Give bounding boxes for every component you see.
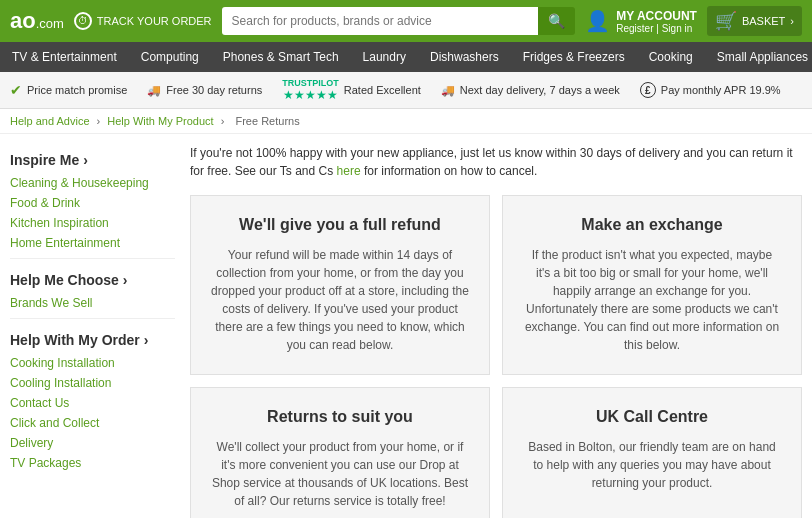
card-call-centre-body: Based in Bolton, our friendly team are o… (523, 438, 781, 492)
breadcrumb: Help and Advice › Help With My Product ›… (0, 109, 812, 134)
card-refund-title: We'll give you a full refund (211, 216, 469, 234)
inspire-me-chevron: › (83, 152, 88, 168)
search-bar: 🔍 (222, 7, 576, 35)
nav-phones[interactable]: Phones & Smart Tech (211, 42, 351, 72)
help-choose-chevron: › (123, 272, 128, 288)
sidebar-cleaning[interactable]: Cleaning & Housekeeping (10, 173, 175, 193)
sidebar-divider-1 (10, 258, 175, 259)
basket[interactable]: 🛒 BASKET › (707, 6, 802, 36)
price-match-label: Price match promise (27, 84, 127, 96)
sidebar-kitchen[interactable]: Kitchen Inspiration (10, 213, 175, 233)
nav-small-appliances[interactable]: Small Appliances (705, 42, 812, 72)
track-order[interactable]: ⏱ TRACK YOUR ORDER (74, 12, 212, 30)
next-day-label: Next day delivery, 7 days a week (460, 84, 620, 96)
trust-bar: ✔ Price match promise 🚚 Free 30 day retu… (0, 72, 812, 109)
sidebar-click-collect[interactable]: Click and Collect (10, 413, 175, 433)
track-order-label: TRACK YOUR ORDER (97, 15, 212, 27)
sidebar: Inspire Me › Cleaning & Housekeeping Foo… (10, 144, 175, 518)
nav-computing[interactable]: Computing (129, 42, 211, 72)
basket-label: BASKET (742, 15, 785, 27)
trustpilot-logo: TRUSTPILOT ★★★★★ (282, 78, 339, 102)
free-returns-label: Free 30 day returns (166, 84, 262, 96)
breadcrumb-current: Free Returns (235, 115, 299, 127)
help-order-label: Help With My Order (10, 332, 140, 348)
basket-chevron: › (790, 15, 794, 27)
sidebar-tv-packages[interactable]: TV Packages (10, 453, 175, 473)
inspire-me-title[interactable]: Inspire Me › (10, 144, 175, 173)
card-call-centre: UK Call Centre Based in Bolton, our frie… (502, 387, 802, 518)
breadcrumb-sep-1: › (97, 115, 104, 127)
logo[interactable]: ao.com (10, 8, 64, 34)
nav-dishwashers[interactable]: Dishwashers (418, 42, 511, 72)
sidebar-cooking-install[interactable]: Cooking Installation (10, 353, 175, 373)
sidebar-contact-us[interactable]: Contact Us (10, 393, 175, 413)
inspire-me-section: Inspire Me › Cleaning & Housekeeping Foo… (10, 144, 175, 253)
trustpilot: TRUSTPILOT ★★★★★ Rated Excellent (282, 78, 421, 102)
truck-icon-1: 🚚 (147, 84, 161, 97)
logo-suffix: .com (36, 16, 64, 31)
breadcrumb-help-advice[interactable]: Help and Advice (10, 115, 90, 127)
free-returns: 🚚 Free 30 day returns (147, 84, 262, 97)
register-link[interactable]: Register (616, 23, 653, 34)
card-refund-body: Your refund will be made within 14 days … (211, 246, 469, 354)
search-button[interactable]: 🔍 (538, 7, 575, 35)
main-content: Inspire Me › Cleaning & Housekeeping Foo… (0, 134, 812, 518)
card-refund: We'll give you a full refund Your refund… (190, 195, 490, 375)
nav-cooking[interactable]: Cooking (637, 42, 705, 72)
help-choose-section: Help Me Choose › Brands We Sell (10, 264, 175, 313)
content-area: If you're not 100% happy with your new a… (190, 144, 802, 518)
nav-fridges[interactable]: Fridges & Freezers (511, 42, 637, 72)
pay-monthly: £ Pay monthly APR 19.9% (640, 82, 781, 98)
price-match: ✔ Price match promise (10, 82, 127, 98)
nav-tv[interactable]: TV & Entertainment (0, 42, 129, 72)
pay-monthly-label: Pay monthly APR 19.9% (661, 84, 781, 96)
card-returns: Returns to suit you We'll collect your p… (190, 387, 490, 518)
help-order-title[interactable]: Help With My Order › (10, 324, 175, 353)
trustpilot-text: TRUSTPILOT (282, 78, 339, 88)
breadcrumb-help-product[interactable]: Help With My Product (107, 115, 213, 127)
clock-icon: ⏱ (74, 12, 92, 30)
card-exchange: Make an exchange If the product isn't wh… (502, 195, 802, 375)
rated-excellent-label: Rated Excellent (344, 84, 421, 96)
nav-laundry[interactable]: Laundry (351, 42, 418, 72)
person-icon: 👤 (585, 9, 610, 33)
inspire-me-label: Inspire Me (10, 152, 79, 168)
sidebar-food[interactable]: Food & Drink (10, 193, 175, 213)
card-exchange-title: Make an exchange (523, 216, 781, 234)
card-returns-title: Returns to suit you (211, 408, 469, 426)
card-exchange-body: If the product isn't what you expected, … (523, 246, 781, 354)
my-account[interactable]: 👤 MY ACCOUNT Register | Sign in (585, 9, 697, 34)
card-call-centre-title: UK Call Centre (523, 408, 781, 426)
account-links: Register | Sign in (616, 23, 697, 34)
pound-icon: £ (640, 82, 656, 98)
ts-cs-link[interactable]: here (337, 164, 361, 178)
help-order-chevron: › (144, 332, 149, 348)
search-input[interactable] (222, 7, 539, 35)
main-nav: TV & Entertainment Computing Phones & Sm… (0, 42, 812, 72)
star-rating: ★★★★★ (283, 88, 338, 102)
help-choose-title[interactable]: Help Me Choose › (10, 264, 175, 293)
sidebar-home-entertainment[interactable]: Home Entertainment (10, 233, 175, 253)
breadcrumb-sep-2: › (221, 115, 228, 127)
sidebar-divider-2 (10, 318, 175, 319)
sidebar-delivery[interactable]: Delivery (10, 433, 175, 453)
intro-text: If you're not 100% happy with your new a… (190, 144, 802, 180)
header: ao.com ⏱ TRACK YOUR ORDER 🔍 👤 MY ACCOUNT… (0, 0, 812, 42)
basket-icon: 🛒 (715, 10, 737, 32)
cards-grid: We'll give you a full refund Your refund… (190, 195, 802, 518)
sidebar-brands[interactable]: Brands We Sell (10, 293, 175, 313)
logo-text: ao (10, 8, 36, 33)
sign-in-link[interactable]: Sign in (662, 23, 693, 34)
card-returns-body: We'll collect your product from your hom… (211, 438, 469, 510)
help-choose-label: Help Me Choose (10, 272, 119, 288)
sidebar-cooling-install[interactable]: Cooling Installation (10, 373, 175, 393)
my-account-label: MY ACCOUNT (616, 9, 697, 23)
checkmark-icon: ✔ (10, 82, 22, 98)
next-day-delivery: 🚚 Next day delivery, 7 days a week (441, 84, 620, 97)
help-order-section: Help With My Order › Cooking Installatio… (10, 324, 175, 473)
truck-icon-2: 🚚 (441, 84, 455, 97)
